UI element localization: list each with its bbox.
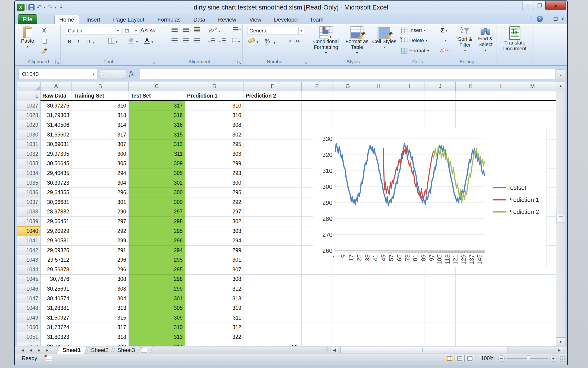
cell[interactable] bbox=[486, 342, 517, 346]
cell[interactable] bbox=[333, 275, 363, 284]
cell[interactable]: 29,66451 bbox=[41, 217, 72, 226]
previous-sheet-button[interactable]: ◀ bbox=[27, 347, 35, 353]
cell[interactable] bbox=[333, 101, 363, 111]
accounting-format-button[interactable] bbox=[248, 38, 255, 44]
cell[interactable] bbox=[517, 323, 548, 332]
tab-review[interactable]: Review bbox=[213, 15, 241, 24]
cell[interactable] bbox=[302, 332, 333, 342]
cell[interactable]: 319 bbox=[185, 303, 244, 313]
cell[interactable] bbox=[244, 265, 302, 275]
row-header[interactable]: 1030 bbox=[17, 130, 41, 140]
font-size-select[interactable]: 11 ▾ bbox=[122, 27, 139, 35]
minimize-ribbon-icon[interactable]: ⌃ bbox=[529, 16, 533, 22]
close-button[interactable]: x bbox=[545, 1, 566, 10]
borders-button[interactable] bbox=[108, 38, 114, 44]
cell[interactable] bbox=[548, 159, 556, 169]
cell[interactable] bbox=[456, 332, 486, 342]
cell[interactable] bbox=[548, 246, 556, 255]
cell[interactable] bbox=[425, 275, 456, 284]
cell[interactable]: 29,09326 bbox=[41, 246, 72, 255]
number-dialog-launcher[interactable]: ↘ bbox=[303, 60, 307, 64]
cell[interactable]: 304 bbox=[72, 178, 129, 188]
cell[interactable] bbox=[302, 284, 333, 294]
cell[interactable] bbox=[363, 275, 394, 284]
hscroll-left-button[interactable]: ◀ bbox=[331, 347, 338, 353]
italic-button[interactable]: I bbox=[77, 38, 79, 45]
tab-home[interactable]: Home bbox=[54, 15, 79, 24]
workbook-minimize-icon[interactable]: ─ bbox=[547, 16, 550, 22]
cell[interactable] bbox=[363, 284, 394, 294]
help-icon[interactable]: ? bbox=[537, 16, 543, 22]
cell[interactable]: 298 bbox=[129, 217, 185, 226]
cell[interactable]: 308 bbox=[185, 120, 244, 130]
cell[interactable] bbox=[244, 159, 302, 169]
cell[interactable]: 317 bbox=[72, 323, 129, 332]
tab-data[interactable]: Data bbox=[188, 15, 210, 24]
find-select-button[interactable]: Find & Select ▾ bbox=[476, 27, 495, 53]
cell[interactable] bbox=[517, 284, 548, 294]
cell[interactable] bbox=[302, 323, 333, 332]
expand-formula-bar-icon[interactable]: ⌄ bbox=[556, 70, 565, 79]
cell[interactable] bbox=[425, 111, 456, 120]
cell[interactable]: 305 bbox=[129, 303, 185, 313]
cell[interactable]: 295 bbox=[129, 226, 185, 236]
scroll-up-button[interactable]: ▲ bbox=[556, 82, 565, 90]
row-header[interactable]: 1052 bbox=[17, 342, 41, 346]
cell[interactable]: 291 bbox=[72, 246, 129, 255]
tab-file[interactable]: File bbox=[18, 14, 37, 24]
cell[interactable] bbox=[185, 342, 244, 346]
cell[interactable]: 307 bbox=[185, 265, 244, 275]
cell[interactable]: 309 bbox=[129, 313, 185, 323]
cell[interactable] bbox=[486, 313, 517, 323]
row-header[interactable]: 1027 bbox=[17, 101, 41, 111]
cell[interactable]: 309 bbox=[129, 159, 185, 169]
cell[interactable]: 297 bbox=[72, 217, 129, 226]
cell[interactable] bbox=[486, 284, 517, 294]
borders-dropdown-icon[interactable]: ▾ bbox=[116, 40, 118, 44]
cell[interactable] bbox=[363, 294, 394, 304]
cell[interactable] bbox=[394, 303, 425, 313]
cell[interactable] bbox=[394, 313, 425, 323]
cell[interactable] bbox=[548, 265, 556, 275]
cell[interactable] bbox=[548, 139, 556, 149]
column-header-C[interactable]: C bbox=[129, 82, 185, 91]
insert-function-button[interactable]: fx bbox=[129, 70, 134, 77]
cell[interactable] bbox=[333, 91, 363, 101]
column-header-E[interactable]: E bbox=[244, 82, 302, 91]
row-header[interactable]: 1047 bbox=[17, 294, 41, 304]
insert-cells-button[interactable]: Insert▾ bbox=[401, 27, 425, 33]
cell[interactable] bbox=[363, 101, 394, 111]
cell[interactable]: 300 bbox=[129, 188, 185, 197]
first-sheet-button[interactable]: ◀ bbox=[18, 347, 26, 353]
cell[interactable]: 31,65602 bbox=[41, 130, 72, 140]
cell[interactable] bbox=[548, 207, 556, 217]
row-header[interactable]: 1 bbox=[17, 91, 41, 101]
row-header[interactable]: 1033 bbox=[17, 159, 41, 169]
cell[interactable] bbox=[363, 111, 394, 120]
translate-document-button[interactable]: b Translate Document bbox=[501, 27, 529, 51]
cell[interactable]: 304 bbox=[72, 294, 129, 304]
align-right-button[interactable] bbox=[194, 38, 200, 43]
format-painter-button[interactable] bbox=[41, 48, 47, 54]
cell[interactable] bbox=[548, 226, 556, 236]
horizontal-scrollbar-thumb[interactable] bbox=[340, 347, 508, 353]
cell[interactable] bbox=[456, 101, 486, 111]
cell[interactable]: 294 bbox=[72, 168, 129, 178]
cell[interactable] bbox=[425, 91, 456, 101]
cell[interactable] bbox=[486, 332, 517, 342]
font-name-dropdown-icon[interactable]: ▾ bbox=[115, 27, 121, 35]
cell[interactable] bbox=[517, 91, 548, 101]
column-header-L[interactable]: L bbox=[486, 82, 517, 91]
comma-style-button[interactable]: , bbox=[274, 37, 275, 45]
sheet-tab-sheet2[interactable]: Sheet2 bbox=[86, 346, 113, 354]
zoom-slider[interactable] bbox=[507, 358, 548, 359]
cell[interactable] bbox=[425, 332, 456, 342]
cell[interactable] bbox=[517, 294, 548, 304]
macro-record-icon[interactable] bbox=[46, 356, 52, 361]
cell[interactable]: 310 bbox=[129, 323, 185, 332]
cell[interactable]: 316 bbox=[129, 111, 185, 120]
cell[interactable] bbox=[486, 323, 517, 332]
cell[interactable]: 294 bbox=[129, 246, 185, 255]
cell[interactable]: 318 bbox=[72, 332, 129, 342]
cell[interactable]: 303 bbox=[185, 149, 244, 159]
